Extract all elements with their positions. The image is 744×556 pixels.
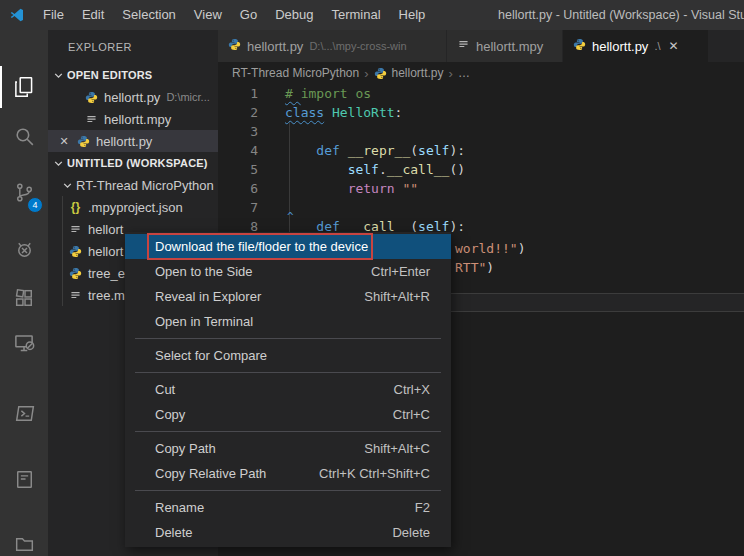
activity-terminal-icon[interactable] (0, 392, 48, 434)
menu-item-label: Rename (155, 495, 204, 520)
line-number: 1 (218, 84, 258, 103)
menu-item-open-in-terminal[interactable]: Open in Terminal (125, 309, 451, 334)
menu-item-shortcut: Ctrl+Enter (371, 259, 430, 284)
line-number: 2 (218, 103, 258, 122)
mpy-file-icon (68, 289, 83, 302)
breadcrumb-file[interactable]: hellortt.py (392, 66, 444, 80)
code-token: import os (301, 86, 371, 101)
menu-item-copy[interactable]: CopyCtrl+C (125, 402, 451, 427)
line-number: 3 (218, 122, 258, 141)
menu-item-label: Download the file/floder to the device (155, 234, 368, 259)
code-line: 4 def __repr__(self): (218, 141, 744, 160)
activity-source-control-icon[interactable]: 4 (0, 171, 48, 213)
code-token: RTT" (455, 260, 486, 275)
editor-tab[interactable]: hellortt.pyD:\...\mpy-cross-win (218, 30, 447, 62)
menubar-go[interactable]: Go (231, 0, 266, 30)
activity-search-icon[interactable] (0, 115, 48, 157)
context-menu: Download the file/floder to the deviceOp… (125, 232, 451, 547)
tree-file-name: hellort (88, 222, 123, 237)
menu-item-select-for-compare[interactable]: Select for Compare (125, 343, 451, 368)
menu-item-label: Delete (155, 520, 193, 545)
code-token (340, 143, 348, 158)
chevron-down-icon (60, 180, 74, 191)
code-token: ): (449, 143, 465, 158)
tree-file-item[interactable]: {}.mpyproject.json (48, 196, 218, 218)
code-token: () (449, 162, 465, 177)
python-file-icon (573, 38, 586, 54)
menubar-view[interactable]: View (185, 0, 231, 30)
menu-bar: FileEditSelectionViewGoDebugTerminalHelp (34, 0, 434, 30)
window-title: hellortt.py - Untitled (Workspace) - Vis… (498, 0, 744, 30)
menu-item-rename[interactable]: RenameF2 (125, 495, 451, 520)
open-editor-item[interactable]: hellortt.pyD:\micr... (48, 86, 218, 108)
menubar-terminal[interactable]: Terminal (322, 0, 389, 30)
menu-item-label: Reveal in Explorer (155, 284, 261, 309)
activity-remote-device-icon[interactable] (0, 322, 48, 364)
menu-item-shortcut: Delete (392, 520, 430, 545)
tab-label: hellortt.mpy (476, 39, 543, 54)
tab-label: hellortt.py (247, 39, 303, 54)
menu-item-open-to-the-side[interactable]: Open to the SideCtrl+Enter (125, 259, 451, 284)
menubar-help[interactable]: Help (390, 0, 435, 30)
vscode-logo-icon (9, 7, 25, 23)
open-editor-name: hellortt.mpy (104, 112, 171, 127)
tab-path: D:\...\mpy-cross-win (309, 40, 406, 52)
menu-item-label: Select for Compare (155, 343, 267, 368)
editor-tab[interactable]: hellortt.mpy (447, 30, 563, 62)
menubar-edit[interactable]: Edit (73, 0, 113, 30)
open-editor-item[interactable]: ✕hellortt.py (48, 130, 218, 152)
menu-item-shortcut: Shift+Alt+R (364, 284, 430, 309)
code-token: __call__ (387, 162, 450, 177)
activity-extensions-icon[interactable] (0, 277, 48, 319)
code-line: 1# import os (218, 84, 744, 103)
code-editor[interactable]: 1# import os2class HelloRtt:34 def __rep… (218, 84, 744, 236)
open-editor-item[interactable]: hellortt.mpy (48, 108, 218, 130)
code-token: : (395, 105, 403, 120)
editor-tab[interactable]: hellortt.py.\✕ (563, 30, 709, 62)
python-file-icon (228, 38, 241, 54)
close-icon[interactable]: ✕ (669, 39, 679, 53)
breadcrumb-more[interactable]: … (458, 66, 470, 80)
code-token: ) (486, 260, 494, 275)
source-control-badge: 4 (27, 197, 43, 213)
line-content: def __repr__(self): (285, 141, 465, 160)
mpy-file-icon (84, 113, 99, 126)
menu-item-cut[interactable]: CutCtrl+X (125, 377, 451, 402)
menu-item-shortcut: Shift+Alt+C (364, 436, 430, 461)
mpy-file-icon (457, 38, 470, 54)
menu-item-reveal-in-explorer[interactable]: Reveal in ExplorerShift+Alt+R (125, 284, 451, 309)
activity-folder-icon[interactable] (0, 522, 48, 556)
code-token: ) (518, 241, 526, 256)
menu-separator (135, 431, 441, 432)
code-token: . (379, 162, 387, 177)
code-line: 3 (218, 122, 744, 141)
menu-item-copy-relative-path[interactable]: Copy Relative PathCtrl+K Ctrl+Shift+C (125, 461, 451, 486)
code-token: ): (449, 219, 465, 234)
menu-item-copy-path[interactable]: Copy PathShift+Alt+C (125, 436, 451, 461)
code-token: world!!" (455, 241, 518, 256)
menu-item-label: Copy Relative Path (155, 461, 266, 486)
tree-folder-label: RT-Thread MicroPython (76, 178, 214, 193)
breadcrumb-folder[interactable]: RT-Thread MicroPython (232, 66, 359, 80)
workspace-header[interactable]: UNTITLED (WORKSPACE) (48, 152, 218, 174)
tab-path: .\ (654, 40, 660, 52)
activity-debug-icon[interactable] (0, 228, 48, 270)
code-line: 7 (218, 198, 744, 217)
activity-explorer-icon[interactable] (0, 66, 48, 108)
open-editors-header[interactable]: OPEN EDITORS (48, 64, 218, 86)
menubar-selection[interactable]: Selection (113, 0, 184, 30)
menu-item-download-the-file-floder-to-the-device[interactable]: Download the file/floder to the device (125, 234, 451, 259)
menu-item-label: Copy (155, 402, 185, 427)
menu-item-label: Open to the Side (155, 259, 253, 284)
tree-folder-rt-thread-micropython[interactable]: RT-Thread MicroPython (48, 174, 218, 196)
code-token: "" (402, 181, 418, 196)
menubar-file[interactable]: File (34, 0, 73, 30)
activity-notebook-icon[interactable] (0, 458, 48, 500)
close-icon[interactable]: ✕ (56, 135, 72, 148)
json-file-icon: {} (68, 200, 83, 214)
menubar-debug[interactable]: Debug (266, 0, 322, 30)
menu-item-delete[interactable]: DeleteDelete (125, 520, 451, 545)
tree-indent-guide (62, 196, 63, 306)
line-content: class HelloRtt: (285, 103, 402, 122)
line-content: self.__call__() (285, 160, 465, 179)
